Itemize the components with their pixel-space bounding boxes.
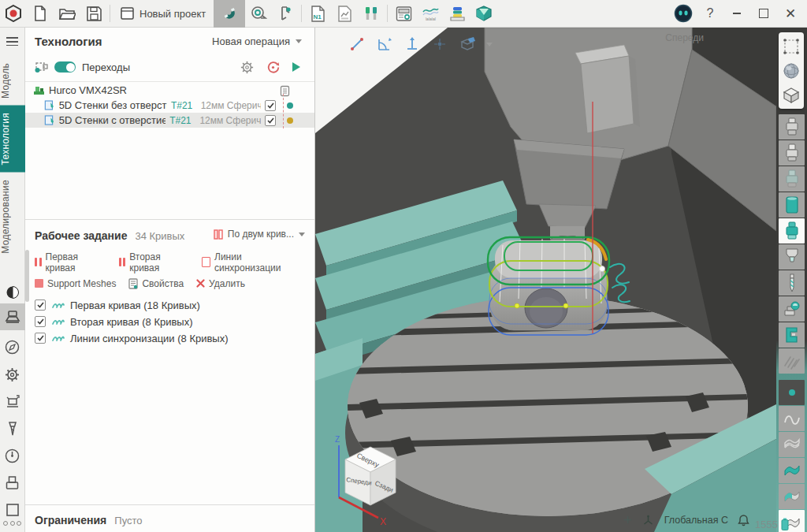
first-curve-button[interactable]: Первая кривая [35,251,106,273]
measure-line-button[interactable] [348,35,366,53]
transitions-toggle[interactable] [54,61,76,73]
workpiece-setup-button[interactable] [779,296,805,322]
sync-lines-button[interactable]: Линии синхронизации [202,251,305,273]
view-orientation-label[interactable]: Спереди [665,32,704,43]
measure-angle-button[interactable] [376,35,393,53]
tool-cup-button[interactable] [779,244,805,270]
viewport-3d[interactable]: Z X Сверху Спереди Сзади [315,28,776,532]
assistant-robot-button[interactable] [671,0,695,28]
display-mode-panel [779,32,804,109]
selection-mode-icon[interactable] [35,61,48,73]
stock-icon[interactable] [0,499,25,521]
delete-x-icon [196,279,205,288]
measure-height-button[interactable] [404,35,421,53]
coordinate-system-icon[interactable] [642,514,655,526]
item-checkbox[interactable] [35,299,46,311]
magnet-snap-button[interactable] [214,0,245,28]
help-button[interactable]: ? [698,0,722,28]
second-curve-button[interactable]: Вторая кривая [119,251,189,273]
new-project-button[interactable]: Новый проект [113,0,214,28]
operation-checkbox[interactable] [265,115,276,126]
solid-box-button[interactable] [779,83,804,107]
chevron-down-icon[interactable] [486,43,493,47]
item-checkbox[interactable] [35,316,46,327]
operation-row-2[interactable]: 5D Стенки с отверстием T#21 12мм Сфериче… [25,113,314,128]
more-tools-button[interactable] [3,521,21,526]
measure-point-button[interactable] [431,35,448,53]
report-button[interactable] [331,0,358,28]
machine-setup-icon[interactable] [0,390,25,412]
compass-icon[interactable] [0,337,25,359]
surfaces-display-button[interactable] [779,432,805,457]
delete-button[interactable]: Удалить [196,278,245,289]
curve-groups-list: Первая кривая (18 Кривых) Вторая кривая … [25,289,314,347]
save-button[interactable] [80,0,107,28]
item-checkbox[interactable] [35,333,46,344]
surface-teal-button[interactable] [779,458,805,483]
transitions-label: Переходы [82,61,130,73]
recalculate-icon[interactable] [266,61,280,74]
operation-checkbox[interactable] [265,100,276,111]
job-section: Рабочее задание 34 Кривых По двум крив..… [25,219,314,347]
nc-program-button[interactable]: N1 [304,0,331,28]
surface-mixed-button[interactable] [779,484,805,509]
gauge-icon[interactable] [0,445,25,467]
tools-compare-button[interactable] [358,0,385,28]
wireframe-mesh-button[interactable] [779,34,804,58]
coordinate-system-label[interactable]: Глобальная С [664,515,728,526]
tab-simulation[interactable]: Моделирование [0,173,25,261]
operation-row-1[interactable]: 5D Стенки без отверстия T#21 12мм Сферич… [25,98,314,113]
tool-holder-selected-button[interactable] [779,218,805,244]
svg-text:N1: N1 [313,13,322,20]
operation-settings-icon[interactable] [240,61,254,74]
drill-bit-button[interactable] [779,270,805,296]
workpiece-icon[interactable] [0,471,25,493]
list-item[interactable]: Линии синхронизации (8 Кривых) [35,330,305,347]
add-cs-button[interactable]: + [623,513,632,527]
workpiece[interactable] [488,237,609,335]
job-mode-dropdown[interactable]: По двум крив... [214,229,305,240]
caliper-button[interactable] [272,0,299,28]
layers-button[interactable] [444,0,470,28]
viewport-statusbar: + Глобальная С [623,513,749,527]
tool-cylinder-button[interactable] [779,192,805,218]
operation-icon [44,99,55,111]
app-logo-icon[interactable] [0,0,27,28]
stock-box-button[interactable] [470,0,497,28]
machine-tree-row[interactable]: Hurco VMX42SR [25,83,314,98]
tool-holder-3-button[interactable] [779,166,805,192]
close-button[interactable]: ✕ [779,0,802,28]
machine-panel-button[interactable] [390,0,417,28]
open-folder-button[interactable] [54,0,80,28]
measure-tape-button[interactable] [245,0,272,28]
section-box-button[interactable] [459,35,476,53]
curves-analysis-button[interactable]: lalalal [417,0,444,28]
new-operation-dropdown[interactable]: Новая операция [212,35,305,47]
machine-notes-icon[interactable] [280,85,290,100]
settings-gear-icon[interactable] [0,363,25,385]
minimize-button[interactable] [725,0,749,28]
maximize-button[interactable] [752,0,775,28]
toolpath-curves-button[interactable] [779,348,805,374]
list-item[interactable]: Первая кривая (18 Кривых) [35,297,305,314]
curve-display-button[interactable] [779,406,805,431]
technology-panel: Технология Новая операция Переходы Hurco… [25,28,315,532]
shaded-sphere-button[interactable] [779,58,804,83]
tool-holder-1-button[interactable] [779,114,805,140]
notifications-bell-icon[interactable] [738,514,749,526]
properties-button[interactable]: Свойства [128,278,184,289]
main-menu-button[interactable] [6,35,18,48]
tab-technology[interactable]: Технология [0,106,25,173]
tool-icon[interactable] [0,418,25,440]
contrast-icon[interactable] [0,281,25,303]
list-item[interactable]: Вторая кривая (8 Кривых) [35,314,305,330]
x-axis-label: X [380,516,386,527]
tool-holder-2-button[interactable] [779,140,805,166]
point-display-button[interactable] [779,380,805,405]
machine-view-button[interactable] [0,303,25,330]
simulate-play-button[interactable] [292,62,300,72]
machine-frame-button[interactable] [779,322,805,348]
new-file-button[interactable] [27,0,54,28]
tab-model[interactable]: Модель [0,56,25,106]
support-meshes-button[interactable]: Support Meshes [35,278,116,289]
